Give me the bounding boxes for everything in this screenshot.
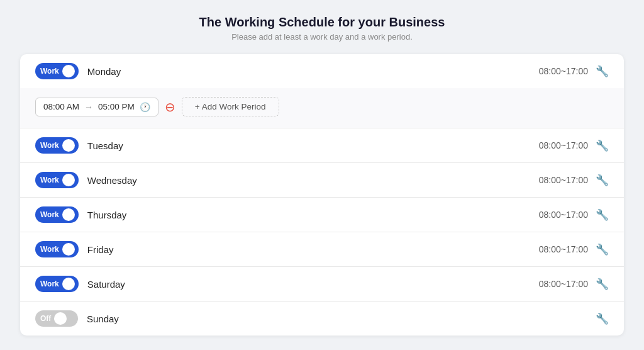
day-row-monday: WorkMonday08:00~17:00🔧08:00 AM→05:00 PM🕐… (20, 54, 624, 128)
day-row-thursday: WorkThursday08:00~17:00🔧 (20, 198, 624, 232)
work-toggle-label-monday: Work (40, 67, 59, 76)
wrench-icon-wednesday[interactable]: 🔧 (596, 174, 609, 187)
day-row-tuesday: WorkTuesday08:00~17:00🔧 (20, 128, 624, 163)
schedule-card: WorkMonday08:00~17:00🔧08:00 AM→05:00 PM🕐… (20, 54, 624, 336)
time-range-monday-0[interactable]: 08:00 AM→05:00 PM🕐 (35, 98, 158, 116)
work-toggle-label-tuesday: Work (40, 141, 59, 150)
wrench-icon-sunday[interactable]: 🔧 (596, 312, 609, 325)
remove-period-btn-monday-0[interactable]: ⊖ (165, 101, 175, 113)
work-toggle-wednesday[interactable]: Work (35, 172, 79, 188)
arrow-icon-monday-0: → (84, 102, 93, 112)
work-toggle-saturday[interactable]: Work (35, 276, 79, 292)
wrench-icon-monday[interactable]: 🔧 (596, 65, 609, 78)
work-toggle-label-thursday: Work (40, 210, 59, 219)
day-hours-tuesday: 08:00~17:00 (539, 140, 588, 150)
day-header-wednesday[interactable]: WorkWednesday08:00~17:00🔧 (20, 163, 624, 197)
add-period-btn-monday[interactable]: + Add Work Period (182, 97, 279, 116)
work-toggle-thursday[interactable]: Work (35, 206, 79, 223)
day-header-thursday[interactable]: WorkThursday08:00~17:00🔧 (20, 198, 624, 232)
toggle-knob-sunday (54, 312, 67, 325)
toggle-knob-tuesday (62, 139, 75, 152)
work-toggle-label-saturday: Work (40, 279, 59, 288)
day-row-friday: WorkFriday08:00~17:00🔧 (20, 232, 624, 267)
day-header-saturday[interactable]: WorkSaturday08:00~17:00🔧 (20, 267, 624, 301)
toggle-knob-wednesday (62, 174, 75, 186)
day-header-sunday[interactable]: OffSunday🔧 (20, 302, 624, 336)
day-row-saturday: WorkSaturday08:00~17:00🔧 (20, 267, 624, 302)
work-toggle-label-friday: Work (40, 245, 59, 254)
work-toggle-sunday[interactable]: Off (35, 310, 78, 327)
day-name-monday: Monday (87, 66, 539, 77)
day-hours-wednesday: 08:00~17:00 (539, 175, 588, 185)
day-row-wednesday: WorkWednesday08:00~17:00🔧 (20, 163, 624, 198)
day-hours-thursday: 08:00~17:00 (539, 210, 588, 220)
clock-icon-monday-0: 🕐 (140, 102, 150, 112)
day-header-friday[interactable]: WorkFriday08:00~17:00🔧 (20, 232, 624, 266)
work-toggle-tuesday[interactable]: Work (35, 137, 79, 154)
page-title: The Working Schedule for your Business (20, 15, 624, 30)
wrench-icon-saturday[interactable]: 🔧 (596, 278, 609, 291)
day-header-tuesday[interactable]: WorkTuesday08:00~17:00🔧 (20, 128, 624, 162)
work-toggle-friday[interactable]: Work (35, 241, 79, 257)
day-name-saturday: Saturday (87, 279, 539, 290)
work-toggle-label-wednesday: Work (40, 176, 59, 184)
work-toggle-monday[interactable]: Work (35, 63, 79, 79)
day-name-thursday: Thursday (87, 210, 539, 220)
day-name-sunday: Sunday (87, 313, 588, 324)
day-name-tuesday: Tuesday (87, 140, 539, 151)
day-hours-monday: 08:00~17:00 (539, 66, 588, 76)
toggle-knob-saturday (62, 278, 75, 290)
wrench-icon-thursday[interactable]: 🔧 (596, 208, 609, 222)
day-hours-friday: 08:00~17:00 (539, 244, 588, 254)
toggle-knob-monday (62, 65, 75, 77)
start-time-monday-0[interactable]: 08:00 AM (43, 102, 79, 111)
toggle-knob-thursday (62, 208, 75, 221)
toggle-knob-friday (62, 243, 75, 256)
day-row-sunday: OffSunday🔧 (20, 302, 624, 336)
day-detail-monday: 08:00 AM→05:00 PM🕐⊖+ Add Work Period (20, 88, 624, 128)
page-subtitle: Please add at least a work day and a wor… (20, 32, 624, 42)
day-header-monday[interactable]: WorkMonday08:00~17:00🔧 (20, 54, 624, 88)
wrench-icon-friday[interactable]: 🔧 (596, 243, 609, 256)
end-time-monday-0[interactable]: 05:00 PM (98, 102, 135, 111)
day-name-wednesday: Wednesday (87, 175, 539, 186)
day-hours-saturday: 08:00~17:00 (539, 279, 588, 289)
page-wrapper: The Working Schedule for your Business P… (0, 0, 644, 350)
day-name-friday: Friday (87, 244, 539, 255)
page-header: The Working Schedule for your Business P… (20, 15, 624, 42)
wrench-icon-tuesday[interactable]: 🔧 (596, 139, 609, 152)
work-toggle-label-sunday: Off (40, 314, 51, 323)
